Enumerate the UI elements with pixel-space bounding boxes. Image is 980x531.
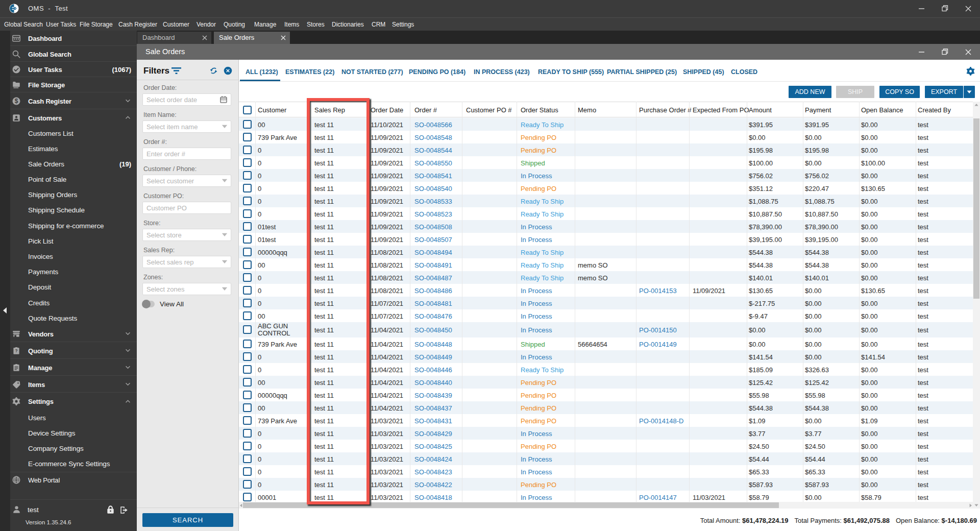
svg-text:?: ? <box>15 349 17 353</box>
svg-text:$: $ <box>15 97 18 104</box>
